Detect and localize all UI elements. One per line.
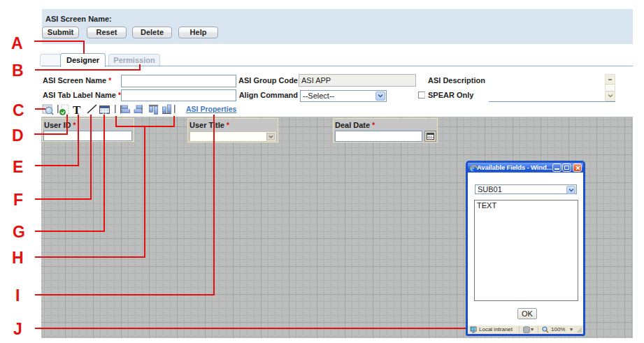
svg-text:e: e: [471, 164, 475, 172]
svg-text:T: T: [73, 103, 81, 116]
